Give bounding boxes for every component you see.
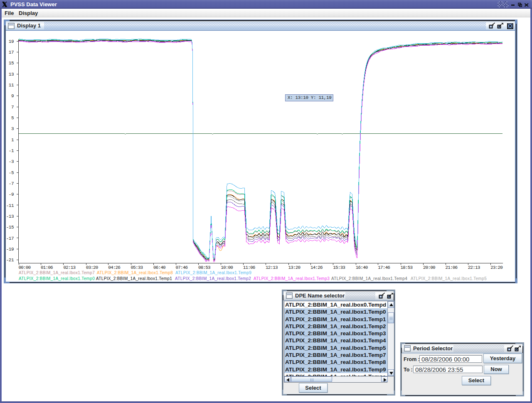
svg-text:13:20: 13:20 [288,265,300,270]
svg-text:08:53: 08:53 [198,265,210,270]
svg-text:-9: -9 [9,192,14,197]
svg-text:-15: -15 [6,225,14,230]
svg-text:-7: -7 [9,181,14,186]
svg-text:15:33: 15:33 [333,265,345,270]
svg-text:01:06: 01:06 [41,265,53,270]
svg-text:17:46: 17:46 [378,265,390,270]
svg-text:-21: -21 [6,258,14,263]
svg-text:22:13: 22:13 [468,265,480,270]
svg-text:03:20: 03:20 [86,265,98,270]
svg-text:-3: -3 [9,159,14,164]
svg-text:11:06: 11:06 [243,265,255,270]
svg-text:12:13: 12:13 [266,265,278,270]
svg-text:1: 1 [11,138,14,143]
svg-text:17: 17 [9,50,14,55]
svg-text:10:00: 10:00 [221,265,233,270]
svg-text:-5: -5 [9,170,14,175]
svg-text:06:40: 06:40 [153,265,165,270]
svg-text:23:20: 23:20 [490,265,502,270]
svg-text:21:06: 21:06 [446,265,458,270]
svg-text:18:53: 18:53 [401,265,413,270]
svg-text:3: 3 [11,126,14,131]
svg-text:19: 19 [9,39,14,44]
svg-text:-13: -13 [6,214,14,219]
svg-text:04:26: 04:26 [108,265,120,270]
svg-text:-11: -11 [6,203,14,208]
svg-text:20:00: 20:00 [423,265,435,270]
svg-text:-17: -17 [6,236,14,241]
svg-text:-1: -1 [9,148,14,153]
svg-text:15: 15 [9,61,14,66]
svg-text:7: 7 [11,105,14,110]
svg-text:14:26: 14:26 [310,265,323,270]
svg-text:02:13: 02:13 [63,265,75,270]
svg-text:5: 5 [11,115,14,120]
svg-text:11: 11 [9,83,14,88]
svg-text:16:40: 16:40 [356,265,368,270]
svg-text:9: 9 [11,93,14,98]
svg-text:-19: -19 [6,247,14,252]
svg-text:13: 13 [9,72,14,77]
svg-text:00:00: 00:00 [19,265,31,270]
svg-text:07:46: 07:46 [176,265,188,270]
svg-text:05:33: 05:33 [131,265,143,270]
